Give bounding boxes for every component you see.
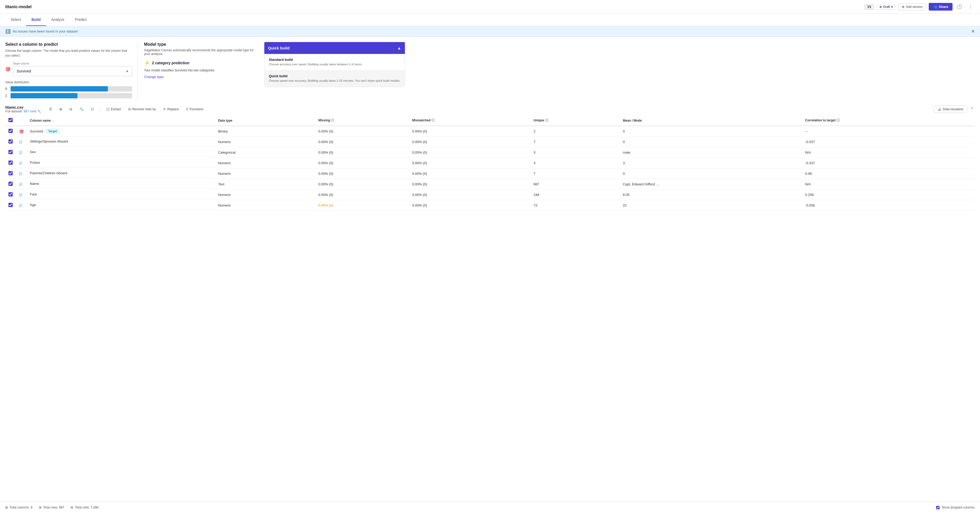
mismatched-info-icon[interactable]: ⓘ <box>431 118 434 122</box>
tab-select[interactable]: Select <box>5 14 26 26</box>
row-1-mean-mode: 0 <box>620 137 802 147</box>
row-7-checkbox[interactable] <box>8 203 13 207</box>
row-2-checkbox-cell <box>5 147 16 158</box>
th-column-name[interactable]: Column name ↓ <box>27 115 215 126</box>
row-0-checkbox[interactable] <box>8 129 13 133</box>
replace-button[interactable]: ↻ Replace <box>161 106 181 112</box>
tab-build[interactable]: Build <box>26 14 46 26</box>
grid-icon: ⊞ <box>59 107 62 111</box>
row-1-data-type: Numeric <box>215 137 315 147</box>
checkbox-row-icon: ☑ <box>19 161 22 165</box>
target-column-icon: 🎯 <box>5 67 11 72</box>
bar-fill-1 <box>11 93 78 98</box>
row-3-checkbox[interactable] <box>8 161 13 165</box>
row-1-unique: 7 <box>530 137 620 147</box>
functions-button[interactable]: Σ Functions <box>184 106 206 112</box>
quick-build-button[interactable]: Quick build ▲ <box>264 42 405 54</box>
row-3-icon-cell: ☑ <box>16 158 27 169</box>
share-button[interactable]: 👥 Share <box>929 3 953 11</box>
filter-button[interactable]: ⊟ <box>67 106 75 112</box>
row-2-name-cell: Sex <box>27 147 215 157</box>
draft-pill[interactable]: Draft ▾ <box>877 4 896 10</box>
row-2-checkbox[interactable] <box>8 150 13 154</box>
table-body: 🎯SurvivedTargetBinary0.00% (0)0.00% (0)2… <box>5 126 975 211</box>
row-3-data-type: Numeric <box>215 158 315 169</box>
th-data-type[interactable]: Data type <box>215 115 315 126</box>
chevron-down-icon: ▾ <box>891 5 893 9</box>
row-2-data-type: Categorical <box>215 147 315 158</box>
row-6-name-cell: Fare <box>27 190 215 199</box>
unique-info-icon[interactable]: ⓘ <box>545 118 549 122</box>
standard-build-option[interactable]: Standard build Choose accuracy over spee… <box>264 54 405 70</box>
version-badge[interactable]: V1 <box>864 4 874 10</box>
row-6-checkbox[interactable] <box>8 192 13 196</box>
row-5-checkbox-cell <box>5 179 16 190</box>
tab-predict[interactable]: Predict <box>70 14 92 26</box>
data-header: titanic.csv Full dataset: 887 rows ✏️ ☰ … <box>5 105 975 113</box>
th-missing[interactable]: Missing ⓘ <box>315 115 409 126</box>
row-0-unique: 2 <box>530 126 620 137</box>
data-visualizer-button[interactable]: 📊 Data visualizer <box>934 105 967 113</box>
dataset-info: titanic.csv Full dataset: 887 rows ✏️ <box>5 105 41 113</box>
row-4-checkbox[interactable] <box>8 171 13 175</box>
tab-analyze[interactable]: Analyze <box>46 14 70 26</box>
draft-label: Draft <box>883 5 890 9</box>
remove-rows-button[interactable]: ⊟ Remove rows by <box>126 106 158 112</box>
row-2-missing: 0.00% (0) <box>315 147 409 158</box>
extract-button[interactable]: ⬜ Extract <box>103 106 123 112</box>
missing-info-icon[interactable]: ⓘ <box>331 118 334 122</box>
add-version-button[interactable]: ⊕ Add version <box>898 3 926 10</box>
target-column-select[interactable]: Survived ▾ <box>13 66 132 76</box>
row-6-mismatched: 0.00% (0) <box>409 190 530 200</box>
checkbox-row-icon: ☑ <box>19 182 22 186</box>
unique-label: Unique <box>534 118 544 122</box>
edit-icon[interactable]: ✏️ <box>38 110 41 113</box>
correlation-info-icon[interactable]: ⓘ <box>837 118 840 122</box>
row-0-column-name: Survived <box>30 129 43 133</box>
share-icon: 👥 <box>933 5 937 9</box>
row-7-mismatched: 0.00% (0) <box>409 200 530 211</box>
row-5-missing: 0.00% (0) <box>315 179 409 190</box>
row-4-missing: 0.00% (0) <box>315 169 409 179</box>
more-options-button[interactable]: ⋮ <box>966 3 975 11</box>
th-mean-mode[interactable]: Mean / Mode <box>620 115 802 126</box>
row-4-mismatched: 0.00% (0) <box>409 169 530 179</box>
grid-view-button[interactable]: ⊞ <box>57 106 65 112</box>
collapse-button[interactable]: ⌃ <box>969 106 975 113</box>
chevron-up-icon: ▲ <box>397 46 401 50</box>
chart-icon: 📊 <box>937 107 941 111</box>
row-1-checkbox-cell <box>5 137 16 147</box>
row-3-name-cell: Pclass <box>27 158 215 167</box>
toolbar-divider <box>100 107 100 112</box>
search-button[interactable]: 🔍 <box>77 106 86 112</box>
select-column-description: Choose the target column. The model that… <box>5 48 132 58</box>
checklist-icon: ☑ <box>91 107 94 111</box>
target-column-label: Target column <box>13 62 132 65</box>
search-icon: 🔍 <box>80 107 84 111</box>
row-1-checkbox[interactable] <box>8 139 13 143</box>
quick-build-option[interactable]: Quick build Choose speed over accuracy. … <box>264 70 405 86</box>
build-panel: Quick build ▲ Standard build Choose accu… <box>264 42 405 100</box>
th-icon <box>16 115 27 126</box>
functions-label: Functions <box>189 107 203 111</box>
table-header-row: Column name ↓ Data type Missing ⓘ Mismat… <box>5 115 975 126</box>
select-value: Survived <box>17 69 31 73</box>
row-3-mean-mode: 3 <box>620 158 802 169</box>
change-type-link[interactable]: Change type <box>144 75 164 79</box>
table-row: ☑SexCategorical0.00% (0)0.00% (0)3maleN/… <box>5 147 975 158</box>
th-mismatched[interactable]: Mismatched ⓘ <box>409 115 530 126</box>
th-unique[interactable]: Unique ⓘ <box>530 115 620 126</box>
history-button[interactable]: 🕐 <box>955 3 964 11</box>
bar-track-0 <box>11 86 132 91</box>
list-view-button[interactable]: ☰ <box>46 106 55 112</box>
row-6-column-name: Fare <box>30 192 37 196</box>
th-correlation[interactable]: Correlation to target ⓘ <box>802 115 975 126</box>
rows-count: 887 rows <box>24 110 37 113</box>
banner-close-button[interactable]: ✕ <box>971 29 975 34</box>
list-check-button[interactable]: ☑ <box>88 106 97 112</box>
row-5-checkbox[interactable] <box>8 182 13 186</box>
row-7-mean-mode: 22 <box>620 200 802 211</box>
row-3-unique: 3 <box>530 158 620 169</box>
select-all-checkbox[interactable] <box>8 118 13 122</box>
row-5-correlation: N/A <box>802 179 975 190</box>
